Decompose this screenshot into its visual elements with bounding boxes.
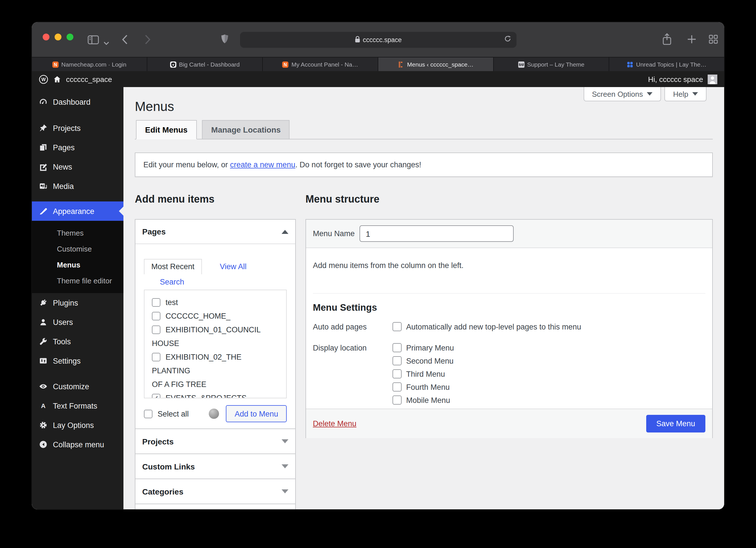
page-checkbox-item[interactable]: EXHIBITION_01_COUNCILHOUSE (152, 323, 282, 351)
submenu-item-themes[interactable]: Themes (32, 225, 123, 241)
save-menu-button[interactable]: Save Menu (646, 415, 705, 433)
sidebar-item-news[interactable]: News (32, 157, 123, 176)
tab-view-all[interactable]: View All (213, 259, 253, 275)
submenu-item-customise[interactable]: Customise (32, 241, 123, 257)
create-new-menu-link[interactable]: create a new menu (230, 160, 296, 169)
address-bar[interactable]: cccccc.space (240, 32, 517, 48)
checkbox[interactable] (393, 343, 402, 352)
sidebar-item-tools[interactable]: Tools (32, 332, 123, 351)
privacy-shield-icon[interactable] (221, 34, 229, 47)
auto-add-pages-label: Auto add pages (313, 322, 393, 335)
close-window-button[interactable] (43, 34, 49, 40)
location-option-mobile[interactable]: Mobile Menu (393, 396, 454, 405)
location-option-second[interactable]: Second Menu (393, 356, 454, 365)
sidebar-item-appearance[interactable]: Appearance (32, 201, 123, 221)
menu-structure-panel: Menu Name Add menu items from the column… (305, 219, 713, 438)
svg-text:N: N (54, 62, 57, 67)
zoom-window-button[interactable] (67, 34, 73, 40)
wp-admin-bar: W cccccc_space Hi, cccccc space (32, 71, 724, 87)
svg-text:A: A (520, 63, 522, 67)
menu-name-input[interactable] (360, 225, 514, 242)
svg-text:W: W (41, 76, 46, 82)
big-cartel-favicon (170, 61, 176, 67)
svg-text:A: A (41, 402, 46, 410)
sidebar-item-dashboard[interactable]: Dashboard (32, 92, 123, 111)
tab-menus-active[interactable]: Menus ‹ cccccc_space… (378, 57, 494, 71)
screen-options-button[interactable]: Screen Options (583, 87, 661, 101)
admin-greeting[interactable]: Hi, cccccc space (648, 75, 703, 83)
tab-strip: N Namecheap.com · Login Big Cartel - Das… (32, 57, 724, 71)
share-icon[interactable] (662, 33, 672, 48)
forum-favicon (627, 61, 633, 67)
checkbox[interactable] (393, 396, 402, 405)
submenu-item-theme-file-editor[interactable]: Theme file editor (32, 273, 123, 289)
pages-accordion-header[interactable]: Pages (135, 220, 295, 244)
tab-manage-locations[interactable]: Manage Locations (202, 120, 290, 139)
checkbox[interactable] (393, 322, 402, 331)
avatar[interactable] (708, 74, 717, 84)
back-icon[interactable] (122, 34, 128, 47)
checkbox[interactable] (152, 312, 160, 321)
tab-overview-icon[interactable] (709, 35, 718, 46)
sidebar-chevron-icon[interactable] (104, 38, 109, 48)
add-to-menu-button[interactable]: Add to Menu (226, 405, 287, 422)
categories-accordion[interactable]: Categories (135, 479, 296, 504)
home-icon[interactable] (53, 75, 61, 83)
page-tabs: Edit Menus Manage Locations (135, 120, 713, 139)
tab-most-recent[interactable]: Most Recent (144, 259, 202, 274)
display-location-label: Display location (313, 343, 393, 409)
wordpress-logo-icon[interactable]: W (39, 74, 48, 84)
sidebar-item-customize[interactable]: Customize (32, 377, 123, 396)
screen: cccccc.space N Namecheap.com · Login (0, 0, 756, 548)
help-button[interactable]: Help (665, 87, 707, 101)
checkbox[interactable] (152, 298, 160, 307)
sidebar-toggle-icon[interactable] (88, 35, 99, 47)
tab-edit-menus[interactable]: Edit Menus (136, 120, 197, 139)
checkbox[interactable] (152, 326, 160, 334)
sidebar-item-lay-options[interactable]: Lay Options (32, 415, 123, 435)
reload-icon[interactable] (504, 35, 511, 44)
page-checkbox-item[interactable]: CCCCCC_HOME_ (152, 310, 282, 323)
sidebar-item-plugins[interactable]: Plugins (32, 293, 123, 313)
auto-add-pages-option[interactable]: Automatically add new top-level pages to… (393, 322, 581, 331)
gear-icon (39, 421, 48, 430)
news-category-accordion[interactable]: News Category (135, 504, 296, 509)
checkbox[interactable] (393, 356, 402, 365)
tab-my-account-panel[interactable]: N My Account Panel - Na… (263, 57, 378, 71)
sidebar-item-projects[interactable]: Projects (32, 118, 123, 138)
checkbox[interactable] (393, 369, 402, 379)
new-tab-icon[interactable] (687, 35, 696, 46)
select-all-checkbox[interactable] (144, 410, 152, 418)
sidebar-item-settings[interactable]: Settings (32, 351, 123, 371)
page-checkbox-item[interactable]: EVENTS_&PROJECTS (152, 392, 282, 398)
location-option-third[interactable]: Third Menu (393, 369, 454, 379)
custom-links-accordion[interactable]: Custom Links (135, 454, 296, 479)
chevron-down-icon (647, 92, 653, 96)
tab-unread-topics[interactable]: Unread Topics | Lay The… (609, 57, 724, 71)
tab-support-lay-theme[interactable]: A Support – Lay Theme (494, 57, 609, 71)
location-option-fourth[interactable]: Fourth Menu (393, 383, 454, 392)
checkbox[interactable] (152, 353, 160, 361)
sidebar-item-media[interactable]: Media (32, 176, 123, 196)
sidebar-item-pages[interactable]: Pages (32, 138, 123, 157)
namecheap-favicon: N (282, 61, 289, 67)
location-option-primary[interactable]: Primary Menu (393, 343, 454, 352)
page-checkbox-item[interactable]: test (152, 296, 282, 310)
add-menu-items-heading: Add menu items (135, 193, 296, 205)
projects-accordion[interactable]: Projects (135, 429, 296, 454)
forward-icon[interactable] (144, 34, 151, 47)
site-name[interactable]: cccccc_space (66, 75, 112, 83)
minimize-window-button[interactable] (55, 34, 61, 40)
tab-namecheap-login[interactable]: N Namecheap.com · Login (32, 57, 147, 71)
checkbox[interactable] (393, 383, 402, 392)
sidebar-item-collapse-menu[interactable]: Collapse menu (32, 435, 123, 454)
sidebar-item-users[interactable]: Users (32, 313, 123, 332)
checkbox-checked[interactable] (152, 394, 160, 398)
tab-big-cartel[interactable]: Big Cartel - Dashboard (147, 57, 263, 71)
page-checkbox-item[interactable]: EXHIBITION_02_THE PLANTINGOF A FIG TREE (152, 351, 282, 392)
submenu-item-menus[interactable]: Menus (32, 257, 123, 273)
delete-menu-link[interactable]: Delete Menu (313, 419, 356, 428)
tab-search[interactable]: Search (153, 275, 191, 290)
sidebar-item-text-formats[interactable]: A Text Formats (32, 396, 123, 415)
svg-text:N: N (284, 62, 287, 67)
